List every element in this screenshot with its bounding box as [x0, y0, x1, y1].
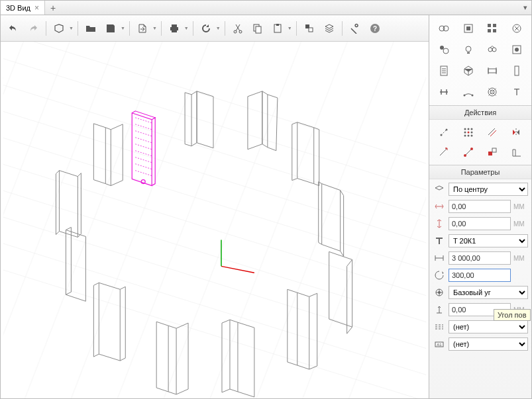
viewport-column: ▼ ▼ ▼ ▼ ▼ ▼ — [1, 15, 429, 398]
action-move-icon[interactable] — [433, 144, 455, 161]
tool-text-icon[interactable]: T — [506, 83, 528, 101]
offset-x-icon — [433, 200, 446, 213]
app-window: 3D Вид × + ▾ ▼ ▼ ▼ ▼ — [0, 0, 532, 399]
add-tab-button[interactable]: + — [45, 3, 61, 13]
svg-point-34 — [443, 26, 449, 31]
profile-select[interactable]: T 20К1 — [449, 234, 528, 247]
new-button[interactable] — [50, 20, 68, 37]
svg-point-43 — [443, 48, 449, 54]
print-button[interactable] — [166, 20, 183, 37]
actions-grid — [429, 120, 531, 165]
action-point-snap-icon[interactable] — [433, 124, 455, 141]
svg-rect-40 — [493, 29, 496, 32]
tool-beam-icon[interactable] — [433, 83, 455, 101]
svg-point-45 — [488, 48, 492, 52]
tool-sheet-icon[interactable] — [433, 62, 455, 80]
export-button[interactable] — [134, 20, 151, 37]
angle-input[interactable] — [449, 269, 511, 282]
svg-point-52 — [463, 95, 465, 97]
action-scale-icon[interactable] — [482, 144, 504, 161]
svg-point-73 — [438, 291, 441, 294]
svg-point-64 — [470, 132, 472, 134]
tool-camera-icon[interactable] — [482, 40, 504, 59]
linestyle-select[interactable]: (нет) — [449, 320, 528, 333]
3d-viewport[interactable] — [1, 42, 429, 398]
basepoint-icon — [433, 286, 446, 299]
close-icon[interactable]: × — [34, 3, 39, 13]
svg-rect-39 — [488, 29, 491, 32]
action-rotate-icon[interactable] — [458, 144, 480, 161]
action-array-icon[interactable] — [458, 124, 480, 141]
side-panel: T Действия Параметры По центру — [429, 15, 531, 398]
refresh-button[interactable] — [197, 20, 215, 37]
tab-3d-view[interactable]: 3D Вид × — [1, 1, 45, 15]
svg-rect-3 — [256, 26, 261, 33]
dropdown-icon[interactable]: ▼ — [152, 26, 157, 30]
svg-point-48 — [515, 48, 519, 52]
open-button[interactable] — [82, 20, 99, 37]
svg-point-62 — [464, 132, 466, 134]
layers-button[interactable] — [301, 20, 318, 37]
dropdown-icon[interactable]: ▼ — [288, 26, 292, 30]
tooltip: Угол пов — [494, 309, 531, 321]
params-panel-title: Параметры — [429, 165, 531, 179]
tool-pattern-icon[interactable] — [482, 83, 504, 101]
svg-rect-37 — [488, 24, 491, 27]
tool-render-icon[interactable] — [433, 40, 455, 59]
svg-text:T: T — [513, 87, 519, 97]
tool-isolate-icon[interactable] — [458, 19, 480, 38]
svg-point-1 — [239, 30, 242, 33]
copy-button[interactable] — [249, 20, 266, 37]
undo-button[interactable] — [5, 20, 22, 37]
svg-rect-36 — [466, 26, 470, 30]
svg-point-46 — [492, 48, 496, 52]
svg-point-66 — [467, 135, 469, 137]
stack-button[interactable] — [321, 20, 338, 37]
tab-menu-button[interactable]: ▾ — [519, 3, 531, 12]
cut-button[interactable] — [229, 20, 246, 37]
svg-point-60 — [467, 128, 469, 130]
tool-light-icon[interactable] — [458, 40, 480, 59]
tool-polyhedron-icon[interactable] — [458, 62, 480, 80]
action-align-icon[interactable] — [506, 144, 528, 161]
svg-rect-38 — [493, 24, 496, 27]
main-area: ▼ ▼ ▼ ▼ ▼ ▼ — [1, 15, 531, 398]
tool-dimension-icon[interactable] — [482, 62, 504, 80]
tool-section-icon[interactable] — [506, 40, 528, 59]
svg-point-65 — [464, 135, 466, 137]
save-button[interactable] — [102, 20, 119, 37]
paste-button[interactable] — [269, 20, 286, 37]
tab-bar: 3D Вид × + ▾ — [1, 1, 531, 15]
params-panel: По центру ММ ММ T 20К1 — [429, 179, 531, 354]
svg-rect-50 — [488, 69, 496, 73]
unit-label: ММ — [513, 220, 528, 228]
redo-button[interactable] — [25, 20, 42, 37]
dropdown-icon[interactable]: ▼ — [69, 26, 74, 30]
svg-rect-51 — [515, 66, 519, 75]
svg-rect-7 — [309, 28, 313, 32]
svg-point-42 — [440, 46, 444, 50]
help-button[interactable]: ? — [366, 20, 384, 37]
length-input[interactable] — [449, 251, 511, 265]
offset-y-input[interactable] — [449, 217, 511, 230]
offset-x-input[interactable] — [449, 200, 511, 213]
tool-hatch-icon[interactable] — [433, 19, 455, 38]
basepoint-select[interactable]: Базовый уг — [449, 286, 528, 299]
tool-column-icon[interactable] — [506, 62, 528, 80]
alignment-select[interactable]: По центру — [449, 183, 528, 196]
action-mirror-icon[interactable] — [506, 124, 528, 141]
dropdown-icon[interactable]: ▼ — [184, 26, 189, 30]
dropdown-icon[interactable]: ▼ — [121, 26, 125, 30]
angle-icon — [433, 269, 446, 282]
svg-point-68 — [464, 154, 466, 157]
dropdown-icon[interactable]: ▼ — [216, 26, 221, 30]
marking-select[interactable]: (нет) — [449, 337, 528, 351]
action-offset-icon[interactable] — [482, 124, 504, 141]
settings-button[interactable] — [346, 20, 364, 37]
tool-arc-icon[interactable] — [458, 83, 480, 101]
tool-grid-icon[interactable] — [482, 19, 504, 38]
tool-materials-icon[interactable] — [506, 19, 528, 38]
actions-panel-title: Действия — [429, 106, 531, 120]
svg-point-0 — [234, 30, 237, 33]
svg-rect-5 — [276, 24, 279, 26]
